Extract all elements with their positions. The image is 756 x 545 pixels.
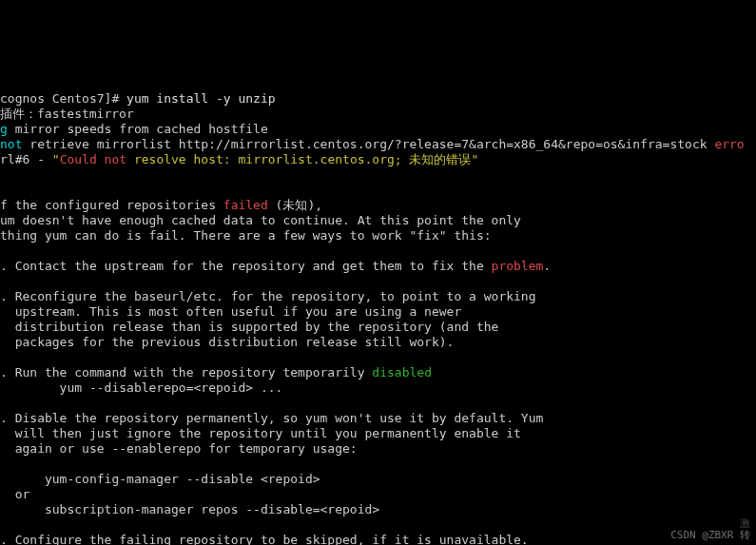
b3-pre: . Run the command with the repository te… (0, 365, 372, 380)
prompt-command: yum install -y unzip (126, 91, 276, 106)
blank-line (0, 243, 8, 258)
blank-line (0, 183, 8, 197)
blank-line (0, 274, 8, 288)
rl6-rest: resolve host: mirrorlist.centos.org; 未知的… (126, 152, 471, 166)
problem-word: problem (492, 259, 544, 273)
blank-line (0, 396, 8, 410)
thing-line: thing yum can do is fail. There are a fe… (0, 228, 492, 243)
not-word: not (0, 137, 22, 151)
watermark-csdn: CSDN @ZBXR 转 (670, 528, 750, 543)
cache-text: mirror speeds from cached hostfile (8, 122, 268, 136)
plugin-line: 插件：fastestmirror (0, 107, 134, 121)
blank-line (0, 167, 8, 182)
blank-line (0, 350, 8, 364)
error-line: rl#6 - "Could not resolve host: mirrorli… (0, 152, 478, 166)
rl6-q2: " (472, 152, 479, 166)
bullet4b-line: will then just ignore the repository unt… (0, 426, 521, 440)
bullet4a-line: . Disable the repository permanently, so… (0, 411, 543, 425)
conf-post: (未知), (268, 198, 322, 212)
bullet2b-line: upstream. This is most often useful if y… (0, 304, 461, 319)
cfg-disable-line: yum-config-manager --disable <repoid> (0, 472, 320, 486)
retrieve-text: retrieve mirrorlist http://mirrorlist.ce… (22, 137, 714, 151)
bullet1-line: . Contact the upstream for the repositor… (0, 259, 551, 273)
rl6-q1: " (52, 152, 60, 166)
bullet2c-line: distribution release than is supported b… (0, 320, 498, 334)
bullet2d-line: packages for the previous distribution r… (0, 335, 454, 349)
failed-word: failed (223, 198, 268, 212)
or-line: or (0, 487, 29, 501)
subs-disable-line: subscription-manager repos --disable=<re… (0, 502, 379, 516)
conf-pre: f the configured repositories (0, 198, 223, 212)
bullet3-cmd: yum --disablerepo=<repoid> ... (0, 380, 282, 395)
rl6-pre: rl#6 - (0, 152, 52, 166)
cache-prefix: g (0, 122, 8, 136)
prompt-host: cognos Centos7]# (0, 91, 126, 106)
could-not: Could not (60, 152, 126, 166)
bullet5a-line: . Configure the failing repository to be… (0, 533, 529, 545)
nodata-line: um doesn't have enough cached data to co… (0, 213, 521, 227)
retrieve-line: not retrieve mirrorlist http://mirrorlis… (0, 137, 745, 151)
b1-pre: . Contact the upstream for the repositor… (0, 259, 492, 273)
bullet3-line: . Run the command with the repository te… (0, 365, 432, 380)
blank-line (0, 457, 8, 471)
b1-post: . (543, 259, 551, 273)
error-word: erro (714, 137, 744, 151)
configured-line: f the configured repositories failed (未知… (0, 198, 322, 212)
prompt-line: cognos Centos7]# yum install -y unzip (0, 91, 276, 106)
disabled-word: disabled (372, 365, 432, 380)
cache-line: g mirror speeds from cached hostfile (0, 122, 268, 136)
terminal-output: cognos Centos7]# yum install -y unzip 插件… (0, 76, 756, 545)
bullet2a-line: . Reconfigure the baseurl/etc. for the r… (0, 289, 536, 303)
blank-line (0, 517, 8, 532)
bullet4c-line: again or use --enablerepo for temporary … (0, 441, 358, 456)
